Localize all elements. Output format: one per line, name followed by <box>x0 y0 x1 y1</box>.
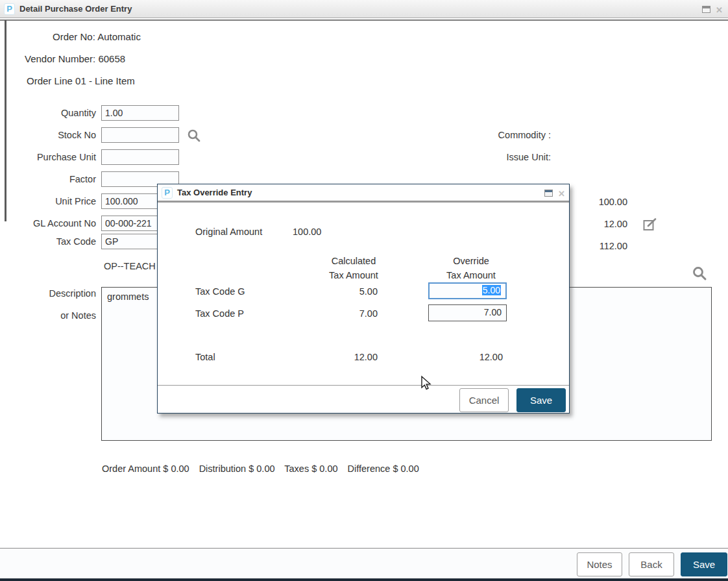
purchase-unit-label: Purchase Unit <box>0 149 96 165</box>
tax-code-p-override-field[interactable]: 7.00 <box>428 304 507 321</box>
tax-code-g-calculated: 5.00 <box>332 286 378 297</box>
original-amount-value: 100.00 <box>293 227 321 237</box>
back-button[interactable]: Back <box>629 552 674 576</box>
vendor-line: Vendor Number: 60658 <box>25 53 125 64</box>
tax-code-p-label: Tax Code P <box>195 308 244 319</box>
tax-amount-value: 12.00 <box>582 219 627 229</box>
gross-amount-value: 112.00 <box>582 241 627 251</box>
tax-code-g-label: Tax Code G <box>195 286 245 297</box>
detail-purchase-order-entry-window: P Detail Purchase Order Entry ✕ Order No… <box>0 0 728 581</box>
original-amount-label: Original Amount <box>195 227 262 237</box>
vendor-number-value: 60658 <box>98 53 125 64</box>
gl-account-label: GL Account No <box>0 216 96 231</box>
difference-total: Difference $ 0.00 <box>348 464 419 474</box>
edit-tax-icon[interactable] <box>643 218 657 232</box>
modal-total-label: Total <box>195 352 215 362</box>
stock-no-field[interactable] <box>101 127 179 143</box>
totals-bar: Order Amount $ 0.00 Distribution $ 0.00 … <box>102 464 426 474</box>
titlebar-divider <box>0 19 728 21</box>
quantity-field[interactable] <box>101 105 179 121</box>
issue-unit-label: Issue Unit: <box>454 152 551 162</box>
order-no-line: Order No: Automatic <box>53 31 141 42</box>
app-logo-icon: P <box>4 3 15 15</box>
tax-override-entry-dialog: P Tax Override Entry ✕ Original Amount 1… <box>157 184 570 414</box>
dialog-titlebar: P Tax Override Entry <box>158 184 569 203</box>
order-line-label: Order Line 01 - Line Item <box>27 75 135 86</box>
tax-code-description: OP--TEACH <box>104 261 156 271</box>
dialog-footer-divider <box>158 385 569 386</box>
save-button[interactable]: Save <box>681 552 727 576</box>
selected-override-text: 5.00 <box>482 285 501 295</box>
close-icon[interactable]: ✕ <box>716 5 723 15</box>
tax-code-label: Tax Code <box>0 234 96 249</box>
unit-price-label: Unit Price <box>0 193 96 209</box>
dialog-save-button[interactable]: Save <box>516 388 566 412</box>
stock-no-search-icon[interactable] <box>187 129 201 143</box>
dialog-cancel-button[interactable]: Cancel <box>459 388 509 412</box>
description-label: Description <box>0 286 96 301</box>
window-titlebar: P Detail Purchase Order Entry <box>0 0 728 18</box>
distribution-total: Distribution $ 0.00 <box>199 464 275 474</box>
override-column-header: Override Tax Amount <box>429 254 513 282</box>
dialog-title: Tax Override Entry <box>177 188 252 197</box>
left-frame-edge <box>5 20 6 221</box>
window-title: Detail Purchase Order Entry <box>19 4 132 14</box>
taxes-total: Taxes $ 0.00 <box>284 464 337 474</box>
total-override-value: 12.00 <box>457 352 503 362</box>
order-no-value: Automatic <box>97 31 141 42</box>
dialog-close-icon[interactable]: ✕ <box>558 189 565 199</box>
dialog-logo-icon: P <box>162 187 173 199</box>
commodity-label: Commodity : <box>454 130 551 140</box>
lookup-search-icon[interactable] <box>692 266 707 281</box>
order-no-label: Order No: <box>53 31 95 42</box>
purchase-unit-field[interactable] <box>101 149 179 165</box>
order-amount-total: Order Amount $ 0.00 <box>102 464 189 474</box>
window-bottom-edge <box>0 578 728 581</box>
notes-button[interactable]: Notes <box>577 552 622 576</box>
total-calculated-value: 12.00 <box>332 352 378 362</box>
dialog-maximize-icon[interactable] <box>544 190 553 197</box>
maximize-icon[interactable] <box>702 6 710 13</box>
tax-code-g-override-field[interactable]: 5.00 <box>428 282 507 299</box>
calculated-column-header: Calculated Tax Amount <box>311 254 396 282</box>
tax-code-p-calculated: 7.00 <box>332 308 378 319</box>
net-amount-value: 100.00 <box>582 197 627 207</box>
quantity-label: Quantity <box>0 105 96 121</box>
stock-no-label: Stock No <box>0 127 96 143</box>
or-notes-label: or Notes <box>0 308 96 323</box>
factor-label: Factor <box>0 171 96 187</box>
vendor-number-label: Vendor Number: <box>25 53 95 64</box>
